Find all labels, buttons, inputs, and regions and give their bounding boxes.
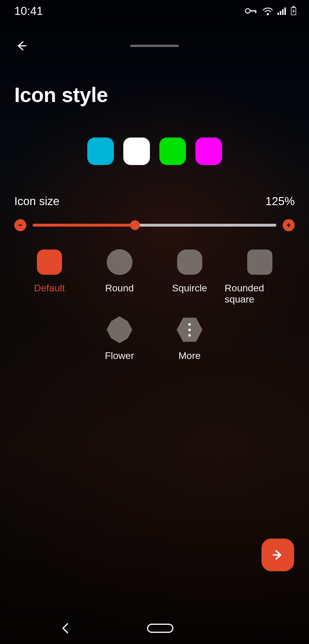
nav-back-button[interactable] <box>60 622 70 635</box>
page-title: Icon style <box>14 83 108 107</box>
shape-option-more[interactable]: More <box>154 317 225 361</box>
round-shape-icon <box>107 249 132 275</box>
default-shape-icon <box>37 250 62 275</box>
shape-label: Rounded square <box>225 282 295 305</box>
shape-option-rounded-square[interactable]: Rounded square <box>225 249 295 305</box>
flower-shape-icon <box>107 316 132 343</box>
slider-thumb[interactable] <box>130 220 140 230</box>
size-decrease-button[interactable] <box>14 219 26 231</box>
status-bar: 10:41 <box>0 0 309 22</box>
shape-label: Default <box>34 282 65 294</box>
icon-size-value: 125% <box>266 195 295 208</box>
icon-preview-row <box>0 138 309 165</box>
svg-rect-10 <box>18 225 22 226</box>
header-row <box>0 37 309 54</box>
shape-label: Squircle <box>172 282 207 294</box>
chevron-left-icon <box>60 622 70 635</box>
vpn-key-icon <box>245 7 258 14</box>
next-button[interactable] <box>262 539 294 571</box>
svg-point-0 <box>245 9 250 13</box>
drag-handle[interactable] <box>130 45 179 47</box>
status-icons <box>245 6 296 15</box>
shape-option-squircle[interactable]: Squircle <box>154 249 225 305</box>
svg-rect-9 <box>292 6 295 7</box>
size-increase-button[interactable] <box>283 219 295 231</box>
status-time: 10:41 <box>14 5 43 17</box>
more-dots-icon <box>188 323 191 337</box>
svg-rect-4 <box>278 13 279 15</box>
icon-size-section: Icon size 125% <box>14 195 295 231</box>
battery-charging-icon <box>291 6 296 15</box>
svg-rect-5 <box>280 11 281 15</box>
shape-option-round[interactable]: Round <box>84 249 154 305</box>
preview-swatch-1 <box>87 138 114 165</box>
arrow-right-icon <box>271 548 285 562</box>
preview-swatch-2 <box>123 138 150 165</box>
shape-label: More <box>179 350 201 361</box>
shape-label: Round <box>105 282 134 294</box>
svg-rect-2 <box>255 10 256 13</box>
svg-point-3 <box>267 13 269 15</box>
shape-grid: Default Round Squircle Rounded square Fl… <box>14 249 295 361</box>
more-shape-icon <box>177 317 203 343</box>
slider-track-fill <box>33 224 135 227</box>
arrow-left-icon <box>15 40 27 52</box>
plus-icon <box>286 222 292 228</box>
preview-swatch-3 <box>159 138 186 165</box>
svg-rect-6 <box>282 9 284 15</box>
shape-label: Flower <box>105 350 134 361</box>
cellular-signal-icon <box>278 7 287 15</box>
squircle-shape-icon <box>177 250 202 275</box>
icon-size-label: Icon size <box>14 195 60 208</box>
rounded-square-shape-icon <box>247 250 272 275</box>
wifi-icon <box>262 7 274 15</box>
home-pill-icon <box>147 624 173 633</box>
shape-option-flower[interactable]: Flower <box>84 317 154 361</box>
android-nav-bar <box>0 612 309 644</box>
back-button[interactable] <box>13 37 30 54</box>
svg-rect-12 <box>288 223 289 227</box>
preview-swatch-4 <box>195 138 222 165</box>
minus-icon <box>17 222 23 228</box>
nav-home-button[interactable] <box>147 624 173 633</box>
shape-option-default[interactable]: Default <box>14 249 84 305</box>
size-slider[interactable] <box>33 223 276 227</box>
svg-rect-7 <box>284 7 286 15</box>
